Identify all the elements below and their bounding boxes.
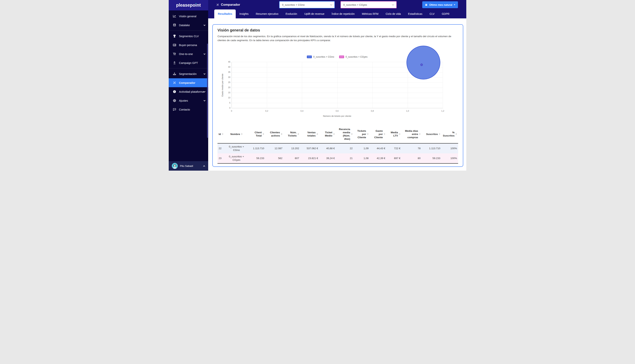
sidebar-item-buyer-persona[interactable]: Buyer-persona <box>169 40 208 50</box>
x-tick-label: 0,4 <box>297 110 307 112</box>
tab-resultados[interactable]: Resultados <box>214 10 236 18</box>
column-header-media-ltv: Media LTV <box>386 125 402 143</box>
column-header-label: Ventas totales <box>301 131 315 137</box>
sidebar-item-ajustes[interactable]: Ajustes <box>169 96 208 105</box>
bubble-0-suscritos-cgno <box>407 46 440 80</box>
sort-icon[interactable] <box>384 133 385 135</box>
segment-a-select[interactable]: 0_suscritos + CGno <box>279 1 335 8</box>
sort-icon[interactable] <box>419 133 421 135</box>
table-row-segment-22: 220_suscritos + CGno1.113.71012.08713.20… <box>217 143 458 153</box>
sidebar-item-label: Visión general <box>179 15 205 18</box>
user-footer[interactable]: Pitu Sabadí <box>169 161 208 170</box>
cell--suscritos: 100% <box>441 143 458 153</box>
sidebar-item-label: Datalake <box>179 24 204 27</box>
tab-ciclo-de-vida[interactable]: Ciclo de vida <box>382 10 404 18</box>
legend-label: 0_suscritos + CGno <box>313 56 334 58</box>
column-header-gasto-por-cliente: Gasto por Cliente <box>370 125 386 143</box>
column-header-media-d-as-entre-compras: Media días entre compras <box>402 125 422 143</box>
tab-resumen-ejecutivo[interactable]: Resumen ejecutivo <box>252 10 282 18</box>
sidebar-divider <box>169 30 208 31</box>
sort-up-arrow <box>222 133 223 134</box>
column-header-ticket-medio: Ticket Medio <box>319 125 336 143</box>
tab-insights[interactable]: Insights <box>236 10 252 18</box>
sidebar-item-label: Ajustes <box>179 99 204 102</box>
sidebar-item-actividad-plataforma[interactable]: Actividad plataforma <box>169 87 208 96</box>
sidebar-item-campaign-gpt[interactable]: Campaign GPT <box>169 58 208 67</box>
sort-icon[interactable] <box>281 133 282 135</box>
tab--ndice-de-repetici-n[interactable]: Índice de repetición <box>328 10 358 18</box>
segment-b-select[interactable]: 0_suscritos + CGyes <box>341 1 397 8</box>
sort-down-arrow <box>367 134 369 135</box>
sort-down-arrow <box>439 134 440 135</box>
logo-block[interactable]: pleasepoınt <box>169 0 208 10</box>
sidebar-item-label: Comparador <box>179 81 205 84</box>
sidebar-item-label: Segmentos CLV <box>179 35 205 38</box>
column-header-nombre: Nombre <box>226 125 247 143</box>
sidebar-item-segmentos-clv[interactable]: Segmentos CLV <box>169 32 208 40</box>
sidebar-item-one-to-one[interactable]: One-to-one <box>169 50 208 58</box>
y-axis-line <box>231 62 232 108</box>
gridline-v <box>372 62 373 108</box>
sort-icon[interactable] <box>263 133 264 135</box>
logo-text-right: nt <box>197 3 201 8</box>
column-header-inner: Ventas totales <box>301 131 318 137</box>
chevron-up-icon <box>203 165 205 167</box>
sort-icon[interactable] <box>399 133 400 135</box>
column-header-label: Gasto por Cliente <box>371 129 383 139</box>
sidebar-scrollbar-thumb[interactable] <box>207 44 208 138</box>
sort-icon[interactable] <box>455 133 457 135</box>
cell-gasto-por-cliente: 42,39 € <box>370 153 386 164</box>
sort-icon[interactable] <box>222 133 223 135</box>
column-header-suscritos: Suscritos <box>422 125 441 143</box>
cell-ventas-totales: 23.821 € <box>300 153 319 164</box>
sidebar-nav: Visión generalDatalakeSegmentos CLVBuyer… <box>169 10 208 114</box>
y-tick-label: 5 <box>222 102 230 104</box>
cell--suscritos: 100% <box>441 153 458 164</box>
cell-media-d-as-entre-compras: 78 <box>402 143 422 153</box>
sidebar-item-label: Campaign GPT <box>179 62 205 64</box>
column-header-n-m-tickets: Núm. Tickets <box>283 125 300 143</box>
sidebar-item-comparador[interactable]: Comparador <box>169 78 208 87</box>
chevron-down-icon <box>204 24 205 26</box>
tab-clv[interactable]: CLV <box>426 10 438 18</box>
sidebar-item-datalake[interactable]: Datalake <box>169 21 208 30</box>
tab-evoluci-n[interactable]: Evolución <box>282 10 301 18</box>
cell-tickets-por-cliente: 1,08 <box>354 153 370 164</box>
column-header-label: % Suscritos <box>443 131 455 137</box>
sort-icon[interactable] <box>351 133 353 135</box>
cell-suscritos: 1.113.710 <box>422 143 441 153</box>
column-header-id: Id <box>217 125 226 143</box>
sort-icon[interactable] <box>367 133 369 135</box>
logo-teal-dot: ı <box>195 3 197 8</box>
tab-estad-sticas[interactable]: Estadísticas <box>404 10 426 18</box>
sidebar-item-contacto[interactable]: Contacto <box>169 105 208 114</box>
sidebar-item-segmentaci-n[interactable]: Segmentación <box>169 70 208 78</box>
tab-m-tricas-rfm[interactable]: Métricas RFM <box>358 10 382 18</box>
column-header--suscritos: % Suscritos <box>441 125 458 143</box>
column-header-client-total: Client Total <box>247 125 265 143</box>
gridline-v <box>302 62 302 108</box>
column-header-inner: Recencia media (Núm. días) <box>337 128 353 140</box>
x-axis-title: Número de tickets por cliente <box>231 115 443 117</box>
cell-tickets-por-cliente: 1,09 <box>354 143 370 153</box>
sort-icon[interactable] <box>333 133 335 135</box>
sort-icon[interactable] <box>241 133 242 135</box>
table-header-row: IdNombreClient TotalClientes activosNúm.… <box>217 125 458 143</box>
cell-suscritos: 59.233 <box>422 153 441 164</box>
period-selector-button[interactable]: Último mes natural <box>422 1 458 8</box>
sort-icon[interactable] <box>316 133 318 135</box>
column-header-label: Media días entre compras <box>403 129 418 139</box>
user-name: Pitu Sabadí <box>180 164 203 168</box>
tab-gdpr[interactable]: GDPR <box>438 10 453 18</box>
legend-swatch <box>307 56 312 58</box>
sidebar-item-label: One-to-one <box>179 52 204 56</box>
column-header-inner: Media LTV <box>388 131 400 137</box>
sort-up-arrow <box>351 133 353 134</box>
percent-icon <box>216 3 219 6</box>
cell-media-ltv: 697 € <box>386 153 402 164</box>
sort-icon[interactable] <box>439 133 440 135</box>
sort-icon[interactable] <box>297 133 299 135</box>
sidebar-item-visi-n-general[interactable]: Visión general <box>169 12 208 21</box>
column-header-inner: Suscritos <box>423 132 440 136</box>
tab-uplift-de-revenue[interactable]: Uplift de revenue <box>300 10 328 18</box>
